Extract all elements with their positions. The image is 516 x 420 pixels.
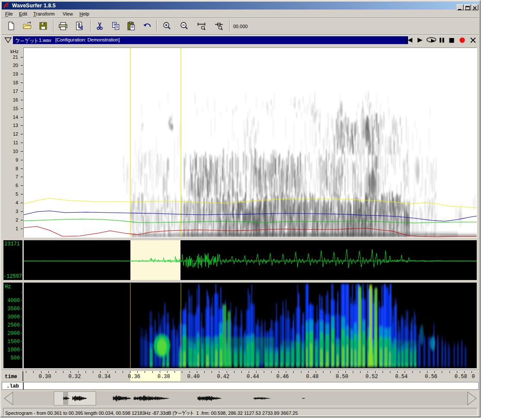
svg-text:1.wav: 1.wav — [39, 38, 51, 43]
